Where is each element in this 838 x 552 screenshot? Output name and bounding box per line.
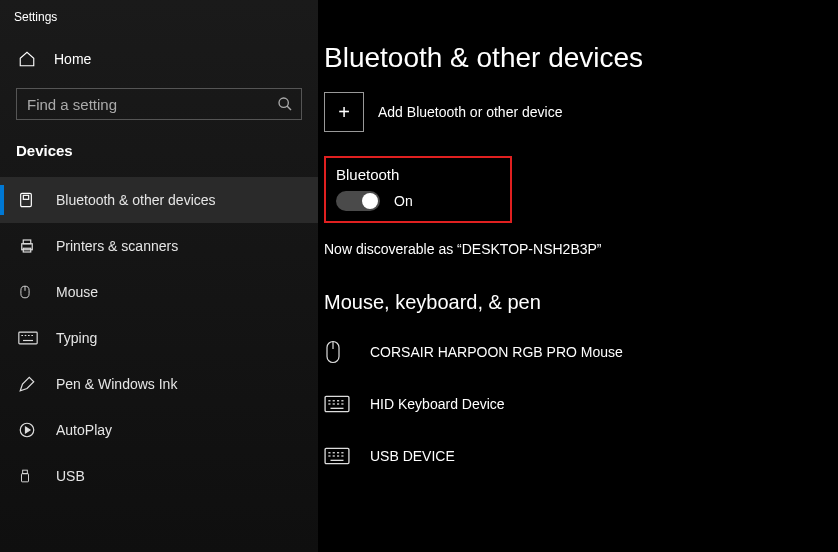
- pen-icon: [18, 375, 38, 393]
- add-device-label: Add Bluetooth or other device: [378, 104, 562, 120]
- svg-marker-16: [26, 427, 31, 433]
- nav-item-label: Bluetooth & other devices: [56, 192, 216, 208]
- svg-rect-3: [23, 195, 28, 199]
- svg-line-1: [287, 106, 291, 110]
- device-item[interactable]: CORSAIR HARPOON RGB PRO Mouse: [324, 326, 838, 378]
- keyboard-icon: [324, 395, 352, 413]
- nav-item-mouse[interactable]: Mouse: [0, 269, 318, 315]
- nav-item-autoplay[interactable]: AutoPlay: [0, 407, 318, 453]
- plus-icon: +: [324, 92, 364, 132]
- usb-icon: [18, 467, 38, 485]
- add-device-button[interactable]: + Add Bluetooth or other device: [324, 92, 838, 132]
- device-name: HID Keyboard Device: [370, 396, 505, 412]
- nav-item-printers[interactable]: Printers & scanners: [0, 223, 318, 269]
- nav-item-usb[interactable]: USB: [0, 453, 318, 499]
- mouse-icon: [324, 340, 352, 364]
- nav-item-label: USB: [56, 468, 85, 484]
- bluetooth-icon: [18, 190, 38, 210]
- nav-item-label: AutoPlay: [56, 422, 112, 438]
- nav-item-label: Mouse: [56, 284, 98, 300]
- device-item[interactable]: HID Keyboard Device: [324, 378, 838, 430]
- search-input[interactable]: [27, 96, 277, 113]
- autoplay-icon: [18, 421, 38, 439]
- search-icon: [277, 96, 293, 112]
- svg-rect-5: [23, 240, 31, 244]
- home-button[interactable]: Home: [0, 40, 318, 78]
- nav-item-pen[interactable]: Pen & Windows Ink: [0, 361, 318, 407]
- nav-list: Bluetooth & other devices Printers & sca…: [0, 177, 318, 499]
- nav-item-label: Pen & Windows Ink: [56, 376, 177, 392]
- mouse-icon: [18, 283, 38, 301]
- home-label: Home: [54, 51, 91, 67]
- svg-rect-18: [22, 474, 29, 482]
- devices-heading: Mouse, keyboard, & pen: [324, 291, 838, 314]
- nav-item-bluetooth[interactable]: Bluetooth & other devices: [0, 177, 318, 223]
- svg-point-0: [279, 98, 288, 107]
- nav-item-label: Printers & scanners: [56, 238, 178, 254]
- bluetooth-toggle[interactable]: [336, 191, 380, 211]
- discoverable-status: Now discoverable as “DESKTOP-NSH2B3P”: [324, 241, 838, 257]
- home-icon: [18, 50, 36, 68]
- bluetooth-label: Bluetooth: [336, 166, 500, 183]
- window-title: Settings: [0, 0, 318, 40]
- svg-rect-17: [23, 470, 28, 474]
- device-name: CORSAIR HARPOON RGB PRO Mouse: [370, 344, 623, 360]
- keyboard-icon: [18, 331, 38, 345]
- svg-rect-9: [19, 332, 37, 344]
- device-name: USB DEVICE: [370, 448, 455, 464]
- toggle-knob: [362, 193, 378, 209]
- nav-item-typing[interactable]: Typing: [0, 315, 318, 361]
- bluetooth-state: On: [394, 193, 413, 209]
- keyboard-icon: [324, 447, 352, 465]
- nav-item-label: Typing: [56, 330, 97, 346]
- bluetooth-toggle-section: Bluetooth On: [324, 156, 512, 223]
- search-box[interactable]: [16, 88, 302, 120]
- page-heading: Bluetooth & other devices: [324, 18, 838, 92]
- section-title: Devices: [0, 134, 318, 167]
- device-item[interactable]: USB DEVICE: [324, 430, 838, 482]
- printer-icon: [18, 237, 38, 255]
